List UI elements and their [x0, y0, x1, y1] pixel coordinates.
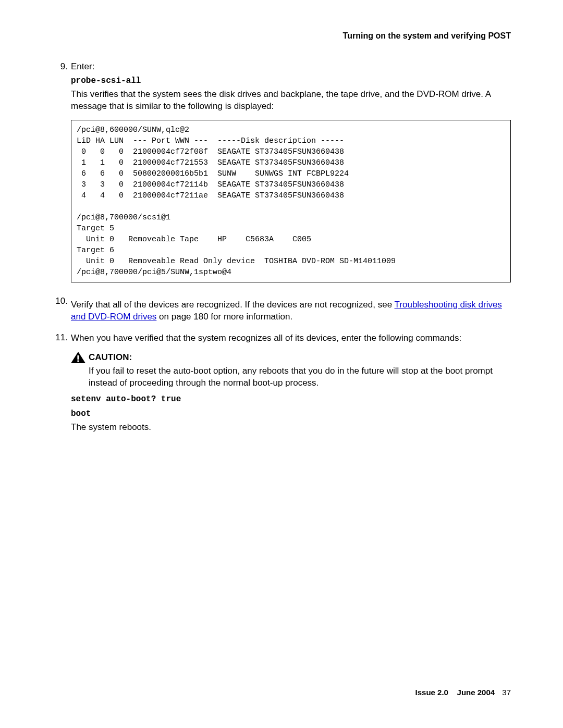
command-text: boot	[71, 409, 511, 418]
step-body: Enter: probe-scsi-all This verifies that…	[71, 61, 511, 292]
step-explain: This verifies that the system sees the d…	[71, 89, 511, 113]
command-text: probe-scsi-all	[71, 76, 511, 85]
step-body: Verify that all of the devices are recog…	[71, 299, 511, 323]
step-result: The system reboots.	[71, 422, 511, 434]
text-after-link: on page 180 for more information.	[156, 312, 292, 322]
step-number: 10.	[52, 296, 68, 306]
code-block: /pci@8,600000/SUNW,qlc@2 LiD HA LUN --- …	[71, 120, 511, 282]
step-10: 10. Verify that all of the devices are r…	[52, 296, 511, 328]
step-intro: When you have verified that the system r…	[71, 332, 511, 344]
page-header: Turning on the system and verifying POST	[52, 31, 511, 41]
document-page: Turning on the system and verifying POST…	[0, 0, 563, 728]
warning-icon	[71, 352, 85, 363]
caution-heading: CAUTION:	[71, 352, 511, 363]
svg-rect-2	[77, 360, 79, 362]
page-footer: Issue 2.0 June 2004 37	[415, 688, 511, 697]
footer-issue: Issue 2.0	[415, 688, 448, 697]
footer-date: June 2004	[457, 688, 495, 697]
page-number: 37	[502, 688, 511, 697]
caution-text: If you fail to reset the auto-boot optio…	[89, 365, 511, 389]
command-text: setenv auto-boot? true	[71, 394, 511, 404]
step-number: 11.	[52, 332, 68, 343]
caution-label: CAUTION:	[89, 352, 132, 363]
step-9: 9. Enter: probe-scsi-all This verifies t…	[52, 61, 511, 292]
svg-rect-1	[77, 355, 79, 360]
text-before-link: Verify that all of the devices are recog…	[71, 300, 395, 310]
step-body: When you have verified that the system r…	[71, 332, 511, 439]
step-intro: Enter:	[71, 61, 511, 72]
step-number: 9.	[52, 61, 68, 72]
step-11: 11. When you have verified that the syst…	[52, 332, 511, 439]
